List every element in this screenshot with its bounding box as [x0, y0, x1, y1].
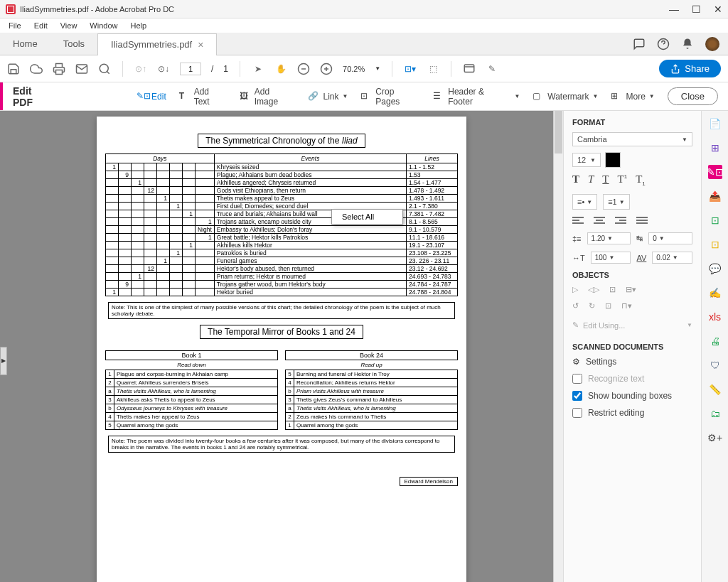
highlight-icon[interactable]: ✎ — [486, 63, 498, 75]
crop-obj-icon[interactable]: ⊡ — [609, 285, 616, 294]
rail-create-icon[interactable]: 📄 — [708, 117, 722, 131]
bell-icon[interactable] — [681, 38, 694, 50]
menu-file[interactable]: File — [3, 20, 27, 31]
show-bb-checkbox[interactable] — [572, 391, 582, 401]
header-footer-tool[interactable]: ☰Header & Footer▼ — [433, 87, 520, 107]
rotate-cw-icon[interactable]: ↻ — [589, 301, 595, 311]
format-heading: FORMAT — [572, 118, 692, 126]
link-tool[interactable]: 🔗Link▼ — [308, 91, 348, 102]
minimize-button[interactable]: — — [669, 4, 679, 15]
hscale-input[interactable]: 100▼ — [591, 252, 631, 264]
edit-using-button[interactable]: ✎ Edit Using... ▼ — [572, 318, 692, 333]
share-button[interactable]: Share — [659, 60, 721, 77]
cloud-icon[interactable] — [30, 63, 43, 75]
tab-document-label: IliadSymmetries.pdf — [111, 39, 192, 50]
left-panel-toggle[interactable]: ▶ — [0, 347, 7, 375]
rail-edit-icon[interactable]: ✎⊡ — [708, 165, 722, 179]
italic-button[interactable]: T — [588, 173, 594, 187]
add-image-tool[interactable]: 🖼Add Image — [240, 87, 296, 107]
rail-tools-icon[interactable]: ⚙+ — [708, 431, 722, 445]
flip-h-icon[interactable]: ◁▷ — [588, 285, 599, 294]
rail-combine-icon[interactable]: ⊞ — [708, 141, 722, 155]
close-window-button[interactable]: ✕ — [714, 4, 722, 15]
tab-close-icon[interactable]: × — [198, 39, 203, 50]
more-tool[interactable]: ⊞More▼ — [611, 91, 654, 102]
zoom-in-icon[interactable] — [320, 63, 333, 75]
arrange-icon[interactable]: ⊟▾ — [626, 285, 636, 294]
align-obj-icon[interactable]: ⊓▾ — [621, 301, 632, 311]
tab-document[interactable]: IliadSymmetries.pdf × — [97, 33, 217, 55]
add-text-tool[interactable]: TAdd Text — [179, 87, 227, 107]
zoom-dropdown-icon[interactable]: ▼ — [375, 65, 380, 72]
tab-tools[interactable]: Tools — [50, 33, 97, 55]
flip-v-icon[interactable]: ▷ — [572, 285, 578, 294]
zoom-level[interactable]: 70.2% — [343, 65, 365, 73]
page-down-icon[interactable]: ⊙↓ — [157, 63, 170, 75]
mail-icon[interactable] — [75, 63, 88, 75]
rail-measure-icon[interactable]: 📏 — [708, 382, 722, 397]
rail-protect-icon[interactable]: 🛡 — [708, 358, 722, 372]
fit-width-icon[interactable]: ⊡▾ — [404, 63, 417, 75]
save-icon[interactable] — [7, 63, 20, 75]
rail-sign-icon[interactable]: ✍ — [708, 286, 722, 300]
rail-more-icon[interactable]: 🗂 — [708, 406, 722, 421]
book24-table: 5Burning and funeral of Hektor in Troy4R… — [285, 370, 458, 430]
char-space-input[interactable]: 0.02▼ — [652, 252, 692, 264]
font-size-selector[interactable]: 12▼ — [572, 153, 601, 167]
rail-comment-icon[interactable]: 💬 — [708, 262, 722, 276]
menu-view[interactable]: View — [55, 20, 83, 31]
tab-home[interactable]: Home — [0, 33, 50, 55]
comment-icon[interactable] — [633, 38, 646, 50]
hand-icon[interactable]: ✋ — [274, 63, 287, 75]
font-selector[interactable]: Cambria▼ — [572, 132, 692, 146]
print-icon[interactable] — [53, 63, 65, 75]
settings-button[interactable]: ⚙ Settings — [572, 357, 692, 367]
search-icon[interactable] — [98, 63, 111, 75]
page-current-input[interactable] — [180, 63, 201, 75]
line-height-input[interactable]: 1.20▼ — [587, 232, 631, 244]
indent-input[interactable]: 0▼ — [648, 232, 692, 244]
recognize-checkbox[interactable] — [572, 374, 582, 384]
rail-export-icon[interactable]: 📤 — [708, 189, 722, 203]
read-up: Read up — [285, 360, 458, 370]
align-justify-icon[interactable] — [636, 217, 648, 225]
page-up-icon[interactable]: ⊙↑ — [134, 63, 147, 75]
crop-tool[interactable]: ⊡Crop Pages — [360, 87, 420, 107]
menu-window[interactable]: Window — [84, 20, 123, 31]
fit-page-icon[interactable]: ⬚ — [427, 63, 439, 75]
edit-tool[interactable]: ✎⊡Edit — [136, 91, 166, 102]
restrict-checkbox[interactable] — [572, 408, 582, 418]
read-mode-icon[interactable] — [463, 63, 476, 75]
menu-help[interactable]: Help — [124, 20, 152, 31]
superscript-button[interactable]: T1 — [618, 173, 628, 187]
font-color-selector[interactable] — [605, 152, 621, 168]
number-list-button[interactable]: ≡1▼ — [603, 194, 629, 210]
watermark-tool[interactable]: ▢Watermark▼ — [532, 91, 598, 102]
replace-icon[interactable]: ⊡ — [605, 301, 611, 311]
context-select-all[interactable]: Select All — [332, 210, 402, 224]
rotate-ccw-icon[interactable]: ↺ — [572, 301, 579, 311]
close-editbar-button[interactable]: Close — [668, 87, 718, 105]
rail-optimize-icon[interactable]: 🖨 — [708, 334, 722, 348]
align-center-icon[interactable] — [594, 217, 605, 225]
align-right-icon[interactable] — [615, 217, 626, 225]
scrollbar-thumb[interactable] — [555, 111, 562, 153]
subscript-button[interactable]: T1 — [636, 173, 646, 187]
svg-rect-10 — [464, 65, 474, 72]
underline-button[interactable]: T — [602, 173, 609, 187]
pdf-page[interactable]: Select All The Symmetrical Chronology of… — [97, 117, 466, 582]
bold-button[interactable]: T — [572, 173, 579, 187]
zoom-out-icon[interactable] — [297, 63, 310, 75]
align-left-icon[interactable] — [572, 217, 584, 225]
rail-organize-icon[interactable]: ⊡ — [708, 213, 722, 227]
maximize-button[interactable]: ☐ — [692, 4, 701, 15]
rail-redact-icon[interactable]: xls — [708, 310, 722, 324]
bullet-list-button[interactable]: ≡•▼ — [572, 194, 597, 210]
pointer-icon[interactable]: ➤ — [252, 63, 264, 75]
help-icon[interactable] — [657, 38, 670, 50]
user-avatar[interactable] — [705, 37, 719, 51]
document-viewport[interactable]: ▶ Select All The Symmetrical Chronology … — [0, 111, 563, 582]
rail-enhance-icon[interactable]: ⊡ — [708, 237, 722, 252]
vertical-scrollbar[interactable] — [553, 111, 563, 582]
menu-edit[interactable]: Edit — [28, 20, 53, 31]
